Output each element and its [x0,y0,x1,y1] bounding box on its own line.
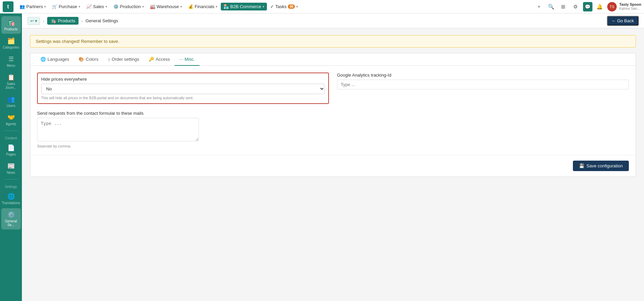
nav-financials[interactable]: 💰 Financials ▾ [185,3,220,10]
globe-icon: 🌐 [40,57,46,62]
sidebar-item-sales-journal[interactable]: 📋 Sales Journ... [1,71,21,92]
grid-icon[interactable]: ⊞ [559,2,568,11]
key-icon: 🔑 [149,57,154,62]
settings-card: 🌐 Languages 🎨 Colors ↕ Order settings 🔑 … [30,53,636,177]
breadcrumb-bar: ↩ ▾ › 🛍️ Products › General Settings ← G… [22,13,644,28]
categories-icon: 🗂️ [7,37,15,45]
tab-access[interactable]: 🔑 Access [144,53,175,66]
nav-sales[interactable]: 📈 Sales ▾ [84,3,110,10]
breadcrumb-products-link[interactable]: 🛍️ Products [47,17,79,25]
sidebar-item-products[interactable]: 🛍️ Products [1,16,21,34]
chevron-down-icon: ▾ [263,5,264,8]
history-icon: ↩ [30,19,34,23]
breadcrumb-current: General Settings [86,18,118,23]
go-back-button[interactable]: ← Go Back [607,16,639,26]
settings-section-label: Settings [0,184,22,189]
chevron-down-icon: ▾ [44,5,46,8]
send-requests-group: Send requests from the contact formular … [37,111,199,148]
sidebar-divider-2 [4,179,18,180]
menu-icon: ☰ [8,55,14,63]
tasks-count-badge: 46 [288,4,295,9]
chat-icon[interactable]: 💬 [583,2,592,11]
tab-misc[interactable]: ··· Misc. [175,53,200,66]
sales-journal-icon: 📋 [7,74,15,81]
nav-b2b-commerce[interactable]: 🏪 B2B Commerce ▾ [221,3,267,10]
user-info: Tasty Spoon Katrine Søn... [619,2,641,11]
hide-prices-label: Hide prices everywhere [41,77,325,82]
send-requests-textarea[interactable] [37,118,199,141]
send-requests-label: Send requests from the contact formular … [37,111,199,116]
google-analytics-label: Google Analytics tracking-Id [337,73,629,78]
nav-production[interactable]: ⚙️ Production ▾ [111,3,147,10]
nav-partners[interactable]: 👥 Partners ▾ [17,3,49,10]
misc-icon: ··· [179,57,183,62]
tab-order-settings[interactable]: ↕ Order settings [103,53,144,66]
sidebar-item-pages[interactable]: 📄 Pages [1,141,21,159]
sidebar: 🛍️ Products 🗂️ Categories ☰ Menu 📋 Sales… [0,13,22,301]
save-configuration-button[interactable]: 💾 Save configuration [573,161,629,171]
news-icon: 📰 [7,162,15,170]
chevron-down-icon: ▾ [296,5,298,8]
sidebar-item-agents[interactable]: 🤝 Agents [1,111,21,129]
sidebar-item-menu[interactable]: ☰ Menu [1,53,21,70]
order-icon: ↕ [108,57,110,62]
sidebar-item-users[interactable]: 👥 Users [1,93,21,110]
add-button[interactable]: ＋ [534,2,544,11]
breadcrumb-chevron: ▾ [35,19,37,23]
page-body: Settings was changed! Remember to save. … [22,28,644,301]
sidebar-divider [4,131,18,131]
nav-purchase[interactable]: 🛒 Purchase ▾ [49,3,83,10]
sidebar-item-translations[interactable]: 🌐 Translations [1,190,21,208]
form-row-hide-prices: Hide prices everywhere No Yes This will … [37,73,629,104]
misc-tab-content: Hide prices everywhere No Yes This will … [30,66,636,155]
chevron-down-icon: ▾ [105,5,107,8]
hide-prices-highlighted-field: Hide prices everywhere No Yes This will … [37,73,329,104]
breadcrumb-separator-2: › [81,18,83,24]
chevron-down-icon: ▾ [180,5,182,8]
agents-icon: 🤝 [7,114,15,121]
chevron-down-icon: ▾ [142,5,144,8]
breadcrumb-separator: › [43,18,44,24]
settings-icon[interactable]: ⚙ [571,2,580,11]
send-requests-hint: Seperate by comma. [37,144,199,148]
avatar[interactable]: TS [607,2,617,11]
notification-bell-icon[interactable]: 🔔 [595,2,605,11]
settings-tabs: 🌐 Languages 🎨 Colors ↕ Order settings 🔑 … [30,53,636,66]
app-logo[interactable]: t [3,1,13,12]
pages-icon: 📄 [7,144,15,152]
translations-icon: 🌐 [7,193,15,200]
google-analytics-input[interactable] [337,80,629,89]
general-settings-icon: ⚙️ [7,211,15,218]
hide-prices-group: Hide prices everywhere No Yes This will … [37,73,329,104]
tab-languages[interactable]: 🌐 Languages [36,53,74,66]
users-icon: 👥 [7,95,15,103]
alert-banner: Settings was changed! Remember to save. [30,35,636,48]
chevron-down-icon: ▾ [216,5,217,8]
hide-prices-hint: This will hide all prices in the B2B-por… [41,96,325,100]
content-section-label: Content [0,136,22,141]
chevron-down-icon: ▾ [79,5,80,8]
nav-warehouse[interactable]: 🏭 Warehouse ▾ [147,3,185,10]
save-bar: 💾 Save configuration [30,155,636,176]
palette-icon: 🎨 [79,57,84,62]
hide-prices-select[interactable]: No Yes [41,84,325,94]
tab-colors[interactable]: 🎨 Colors [74,53,103,66]
search-icon[interactable]: 🔍 [547,2,556,11]
sidebar-item-news[interactable]: 📰 News [1,160,21,177]
sidebar-item-general-settings[interactable]: ⚙️ General Se... [1,208,21,229]
nav-tasks[interactable]: ✓ Tasks 46 ▾ [268,3,301,10]
top-navigation: t 👥 Partners ▾ 🛒 Purchase ▾ 📈 Sales ▾ ⚙️… [0,0,644,13]
history-back-button[interactable]: ↩ ▾ [27,17,40,25]
save-icon: 💾 [579,163,584,168]
products-icon-small: 🛍️ [51,18,56,23]
sidebar-item-categories[interactable]: 🗂️ Categories [1,34,21,52]
products-icon: 🛍️ [7,19,15,26]
google-analytics-group: Google Analytics tracking-Id [337,73,629,104]
